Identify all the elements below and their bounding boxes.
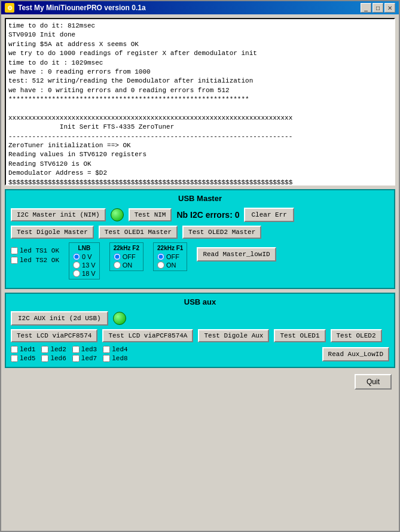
f2-off-label[interactable]: OFF — [114, 253, 139, 260]
lnb-18v-label[interactable]: 18 V — [73, 270, 96, 277]
led6-checkbox[interactable] — [41, 355, 48, 362]
led5-label[interactable]: led5 — [11, 355, 35, 362]
led3-label[interactable]: led3 — [72, 346, 97, 353]
led4-checkbox[interactable] — [103, 346, 110, 353]
app-icon: ⚙ — [5, 3, 14, 13]
f1-on-label[interactable]: ON — [157, 262, 183, 269]
lnb-18v-radio[interactable] — [73, 270, 80, 277]
led6-label[interactable]: led6 — [41, 355, 66, 362]
test-oled1-aux-button[interactable]: Test OLED1 — [274, 329, 325, 342]
lnb-title: LNB — [73, 245, 96, 251]
title-bar-left: ⚙ Test My MiniTiounerPRO version 0.1a — [5, 3, 146, 13]
f1-subpanel: 22kHz F1 OFF ON — [153, 242, 187, 271]
usb-aux-row3: led1 led2 led3 led4 — [11, 346, 389, 362]
usb-master-title: USB Master — [11, 194, 389, 203]
i2c-aux-init-button[interactable]: I2C AUX init (2d USB) — [11, 311, 108, 326]
usb-aux-panel: USB aux I2C AUX init (2d USB) Test LCD v… — [5, 293, 395, 368]
test-digole-aux-button[interactable]: Test Digole Aux — [198, 329, 269, 342]
led1-label[interactable]: led1 — [11, 346, 35, 353]
led7-label[interactable]: led7 — [72, 355, 97, 362]
usb-master-panel: USB Master I2C Master init (NIM) Test NI… — [5, 189, 395, 289]
test-oled2-master-button[interactable]: Test OLED2 Master — [182, 226, 261, 239]
title-bar: ⚙ Test My MiniTiounerPRO version 0.1a _ … — [1, 1, 399, 14]
test-lcd-pcf8574a-button[interactable]: Test LCD viaPCF8574A — [102, 329, 193, 342]
f2-title: 22kHz F2 — [114, 245, 139, 251]
lnb-0v-label[interactable]: 0 V — [73, 253, 96, 260]
led-ts1-checkbox[interactable] — [11, 247, 18, 254]
lnb-13v-label[interactable]: 13 V — [73, 262, 96, 269]
read-master-lowid-button[interactable]: Read Master_lowID — [197, 247, 276, 262]
close-button[interactable]: ✕ — [384, 3, 395, 13]
usb-master-row3: led TS1 OK led TS2 OK LNB 0 V — [11, 242, 389, 279]
main-content: time to do it: 812msec STV0910 Init done… — [1, 14, 399, 396]
led1-checkbox[interactable] — [11, 346, 18, 353]
test-oled2-aux-button[interactable]: Test OLED2 — [331, 329, 382, 342]
master-led-indicator — [111, 208, 124, 221]
lnb-subpanel: LNB 0 V 13 V 18 V — [69, 242, 100, 279]
read-aux-lowid-button[interactable]: Read Aux_LowID — [322, 347, 389, 361]
led5-checkbox[interactable] — [11, 355, 18, 362]
f2-on-label[interactable]: ON — [114, 262, 139, 269]
led-ts2-label[interactable]: led TS2 OK — [11, 257, 59, 264]
test-digole-master-button[interactable]: Test Digole Master — [11, 226, 94, 239]
usb-aux-title: USB aux — [11, 297, 389, 306]
title-bar-controls: _ □ ✕ — [361, 3, 395, 13]
nb-i2c-errors: Nb I2C errors: 0 — [176, 210, 239, 220]
led2-label[interactable]: led2 — [41, 346, 66, 353]
clear-err-button[interactable]: Clear Err — [244, 208, 294, 222]
led-ts2-checkbox[interactable] — [11, 257, 18, 264]
i2c-master-init-button[interactable]: I2C Master init (NIM) — [11, 208, 106, 221]
led-ts1-label[interactable]: led TS1 OK — [11, 247, 59, 254]
quit-button[interactable]: Quit — [355, 374, 392, 390]
usb-master-row2: Test Digole Master Test OLED1 Master Tes… — [11, 226, 389, 239]
led7-checkbox[interactable] — [72, 355, 80, 362]
lnb-0v-radio[interactable] — [73, 253, 80, 260]
led8-label[interactable]: led8 — [103, 355, 127, 362]
usb-aux-row1: I2C AUX init (2d USB) — [11, 311, 389, 326]
led3-checkbox[interactable] — [72, 346, 80, 353]
f1-off-radio[interactable] — [157, 253, 164, 260]
led8-checkbox[interactable] — [103, 355, 110, 362]
f2-subpanel: 22kHz F2 OFF ON — [109, 242, 143, 271]
test-nim-button[interactable]: Test NIM — [129, 208, 172, 221]
minimize-button[interactable]: _ — [361, 3, 371, 13]
maximize-button[interactable]: □ — [372, 3, 383, 13]
window-title: Test My MiniTiounerPRO version 0.1a — [18, 4, 146, 12]
led4-label[interactable]: led4 — [103, 346, 127, 353]
log-area[interactable]: time to do it: 812msec STV0910 Init done… — [5, 18, 395, 186]
usb-aux-row2: Test LCD viaPCF8574 Test LCD viaPCF8574A… — [11, 329, 389, 342]
test-lcd-pcf8574-button[interactable]: Test LCD viaPCF8574 — [11, 329, 97, 342]
test-oled1-master-button[interactable]: Test OLED1 Master — [99, 226, 178, 239]
main-window: ⚙ Test My MiniTiounerPRO version 0.1a _ … — [0, 0, 400, 532]
f2-off-radio[interactable] — [114, 253, 121, 260]
footer: Quit — [5, 372, 395, 392]
usb-master-row1: I2C Master init (NIM) Test NIM Nb I2C er… — [11, 208, 389, 222]
f1-off-label[interactable]: OFF — [157, 253, 183, 260]
f2-on-radio[interactable] — [114, 262, 121, 269]
f1-title: 22kHz F1 — [157, 245, 183, 251]
led2-checkbox[interactable] — [41, 346, 48, 353]
lnb-13v-radio[interactable] — [73, 262, 80, 269]
f1-on-radio[interactable] — [157, 262, 164, 269]
aux-led-indicator — [113, 312, 126, 325]
